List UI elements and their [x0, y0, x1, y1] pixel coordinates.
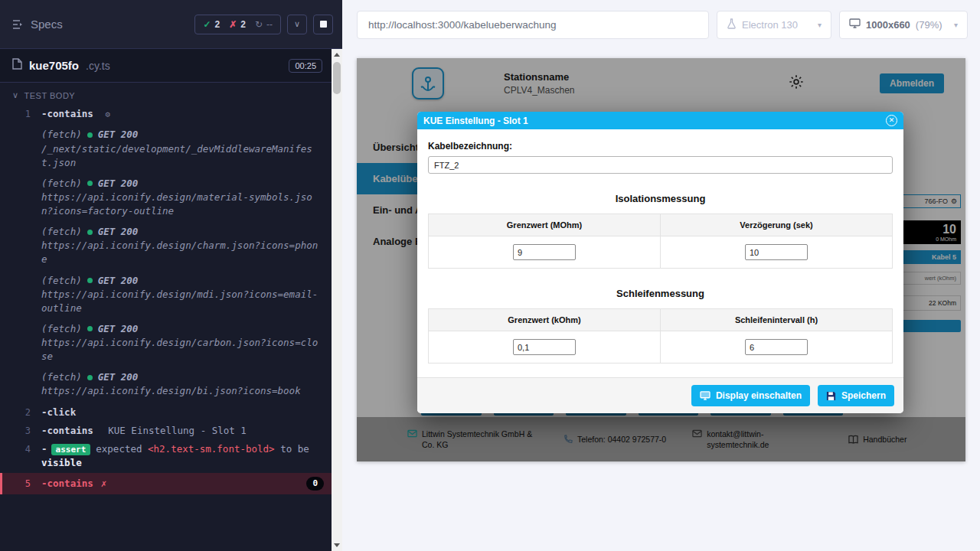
- fetch-status: GET 200: [98, 128, 139, 142]
- fetch-label: (fetch): [41, 177, 82, 191]
- stop-tests-button[interactable]: [313, 15, 333, 34]
- modal-header: KUE Einstellung - Slot 1 ✕: [417, 112, 903, 129]
- log-fetch-entry[interactable]: (fetch) GET 200 https://api.iconify.desi…: [0, 223, 332, 269]
- spec-extension: .cy.ts: [86, 60, 110, 72]
- runner-header: Specs ✓ 2 ✗ 2 ↻ -- ∨: [0, 0, 342, 49]
- stat-failed: ✗ 2: [229, 19, 246, 30]
- fetch-status: GET 200: [98, 225, 139, 239]
- assert-expectation: visible: [41, 457, 82, 468]
- runner-scrollbar[interactable]: [332, 49, 342, 551]
- modal-footer: Display einschalten Speichern: [417, 377, 903, 413]
- retry-count-badge: 0: [306, 477, 324, 491]
- gear-icon: ⚙: [105, 109, 110, 119]
- fetch-label: (fetch): [41, 225, 82, 239]
- isolation-section-title: Isolationsmessung: [428, 193, 893, 204]
- scroll-up-arrow[interactable]: [332, 49, 342, 60]
- pending-count: --: [266, 19, 273, 30]
- app-under-test: Stationsname CPLV4_Maschen Abmelden Über…: [357, 58, 965, 461]
- loop-col-interval: Schleifenintervall (h): [661, 309, 893, 331]
- failed-count: 2: [240, 19, 246, 30]
- cypress-runner: Specs ✓ 2 ✗ 2 ↻ -- ∨: [0, 0, 342, 551]
- chevron-down-icon: ▾: [954, 21, 958, 29]
- fetch-url: https://api.iconify.design/charm.json?ic…: [41, 239, 324, 266]
- chevron-down-icon: ∨: [12, 90, 19, 100]
- passed-check-icon: ✓: [203, 19, 211, 30]
- log-row-number: 1: [0, 107, 41, 121]
- fetch-url: /_next/static/development/_devMiddleware…: [41, 142, 324, 170]
- command-name: -click: [41, 406, 76, 418]
- monitor-icon: [700, 391, 710, 400]
- log-row-number: 4: [0, 442, 41, 470]
- log-fetch-entry[interactable]: (fetch) GET 200 /_next/static/developmen…: [0, 126, 332, 171]
- iso-col-limit: Grenzwert (MOhm): [429, 214, 661, 236]
- flask-icon: [727, 18, 737, 31]
- fetch-label: (fetch): [41, 274, 82, 288]
- spec-timer: 00:25: [289, 59, 322, 73]
- viewport-zoom: (79%): [916, 19, 942, 31]
- iso-limit-input[interactable]: [513, 244, 576, 260]
- display-on-button[interactable]: Display einschalten: [691, 385, 810, 406]
- log-row-click[interactable]: 2 -click: [0, 403, 332, 422]
- scroll-down-arrow[interactable]: [332, 540, 342, 551]
- stop-icon: [320, 21, 327, 28]
- spec-file-icon: [12, 58, 22, 73]
- collapse-runner-button[interactable]: ∨: [287, 15, 307, 34]
- log-fetch-entry[interactable]: (fetch) GET 200 https://api.iconify.desi…: [0, 368, 332, 400]
- specs-menu-button[interactable]: Specs: [12, 18, 63, 31]
- log-row-contains-1[interactable]: 1 -contains ⚙: [0, 105, 332, 123]
- log-fetch-entry[interactable]: (fetch) GET 200 https://api.iconify.desi…: [0, 320, 332, 366]
- fetch-url: https://api.iconify.design/bi.json?icons…: [41, 384, 324, 398]
- loop-table: Grenzwert (kOhm) Schleifenintervall (h): [428, 308, 893, 364]
- status-dot-icon: [87, 375, 93, 380]
- isolation-table: Grenzwert (MOhm) Verzögerung (sek): [428, 214, 893, 269]
- spec-name: kue705fo: [29, 59, 79, 72]
- log-row-number: 5: [2, 477, 41, 491]
- fetch-status: GET 200: [98, 322, 139, 336]
- failed-cross-icon: ✗: [101, 477, 107, 491]
- kue-settings-modal: KUE Einstellung - Slot 1 ✕ Kabelbezeichn…: [417, 112, 903, 413]
- assert-selector: <h2.text-sm.font-bold>: [148, 443, 275, 455]
- save-button[interactable]: Speichern: [818, 385, 894, 406]
- loop-interval-input[interactable]: [745, 339, 808, 355]
- fetch-url: https://api.iconify.design/material-symb…: [41, 191, 324, 218]
- url-input[interactable]: [357, 11, 709, 39]
- test-body-label: TEST BODY: [24, 91, 76, 100]
- viewport-icon: [849, 18, 861, 31]
- log-row-number: 3: [0, 424, 41, 438]
- iso-delay-input[interactable]: [745, 244, 808, 260]
- viewport-select[interactable]: 1000x660 (79%) ▾: [839, 11, 968, 39]
- command-name: -contains: [41, 477, 93, 491]
- browser-select[interactable]: Electron 130 ▾: [717, 11, 831, 39]
- fetch-status: GET 200: [98, 370, 139, 384]
- log-fetch-entry[interactable]: (fetch) GET 200 https://api.iconify.desi…: [0, 174, 332, 220]
- log-row-assert[interactable]: 4 -assertexpected <h2.text-sm.font-bold>…: [0, 440, 332, 472]
- test-body-toggle[interactable]: ∨ TEST BODY: [0, 83, 332, 105]
- spec-file-row[interactable]: kue705fo .cy.ts 00:25: [0, 49, 332, 83]
- command-name: -contains: [41, 108, 93, 119]
- viewport-size: 1000x660: [866, 19, 910, 31]
- floppy-icon: [826, 391, 836, 401]
- aut-topbar: Electron 130 ▾ 1000x660 (79%) ▾: [342, 0, 980, 49]
- status-dot-icon: [87, 181, 93, 186]
- chevron-down-icon: ∨: [294, 19, 300, 29]
- fetch-label: (fetch): [41, 370, 82, 384]
- failed-cross-icon: ✗: [229, 19, 237, 30]
- test-stats: ✓ 2 ✗ 2 ↻ --: [194, 15, 281, 34]
- fetch-status: GET 200: [98, 177, 139, 191]
- close-icon[interactable]: ✕: [886, 115, 897, 126]
- loop-limit-input[interactable]: [513, 339, 576, 355]
- stat-passed: ✓ 2: [203, 19, 220, 30]
- log-fetch-entry[interactable]: (fetch) GET 200 https://api.iconify.desi…: [0, 272, 332, 318]
- aut-viewport: Stationsname CPLV4_Maschen Abmelden Über…: [342, 49, 980, 551]
- scrollbar-thumb[interactable]: [333, 62, 341, 94]
- status-dot-icon: [87, 132, 93, 138]
- log-row-contains-failed[interactable]: 5 -contains ✗ 0: [0, 473, 332, 494]
- cable-name-input[interactable]: [428, 156, 893, 174]
- log-row-contains-2[interactable]: 3 -contains KUE Einstellung - Slot 1: [0, 422, 332, 440]
- log-row-number: 2: [0, 406, 41, 419]
- passed-count: 2: [215, 19, 220, 30]
- specs-label: Specs: [31, 18, 63, 31]
- command-argument: KUE Einstellung - Slot 1: [108, 425, 247, 436]
- loop-col-limit: Grenzwert (kOhm): [429, 309, 661, 331]
- status-dot-icon: [87, 278, 93, 283]
